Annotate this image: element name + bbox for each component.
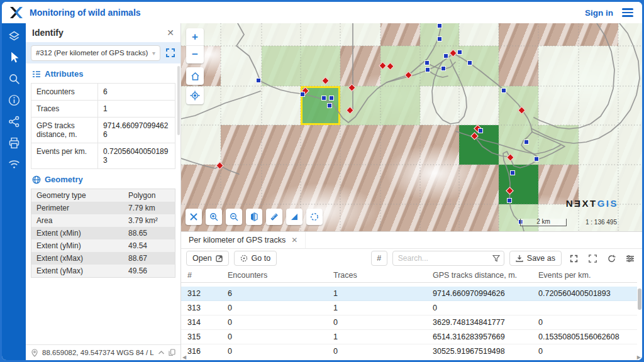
locate-me-button[interactable] [186,87,204,104]
trace-marker[interactable] [321,96,326,101]
trace-marker[interactable] [300,92,305,97]
trace-marker[interactable] [467,60,472,65]
trace-marker[interactable] [437,36,442,41]
top-header: Monitoring of wild animals Sign in [2,2,642,23]
tab-label: Per kilometer of GPS tracks [189,236,286,244]
table-cell: 314 [181,318,221,327]
share-icon[interactable] [8,115,21,128]
row-number-toggle-button[interactable]: # [371,251,387,266]
zoom-control: + − [186,28,204,63]
trace-marker[interactable] [457,50,462,55]
table-cell: 9714.660970994626 [426,289,532,298]
goto-crosshair-icon [240,255,248,262]
zoom-out-box-button[interactable] [226,209,242,225]
trace-marker[interactable] [425,67,430,72]
trace-marker[interactable] [478,128,483,133]
geometry-row: Extent (xMax)88.67 [31,252,175,265]
trace-marker[interactable] [501,88,506,93]
menu-icon[interactable] [622,8,633,17]
identify-cursor-icon[interactable] [8,51,21,64]
table-cell: 0 [221,318,327,327]
table-settings-icon[interactable] [623,251,637,265]
trace-marker[interactable] [443,53,448,58]
home-extent-button[interactable] [186,67,204,85]
gps-track-line [428,70,448,77]
table-row[interactable]: 314003629.7481348417770 [181,315,637,330]
zoom-out-button[interactable]: − [186,46,204,63]
list-icon [32,70,41,79]
geometry-row: Extent (yMin)49.54 [31,239,175,252]
ruler-icon [270,212,279,221]
zoom-in-box-button[interactable] [206,209,222,225]
attribute-row: Events per km.0.720560400501893 [31,143,175,168]
attribute-value: 1 [98,101,175,117]
geometry-table: Geometry typePolygonPerimeter7.79 kmArea… [31,189,175,278]
sign-in-link[interactable]: Sign in [585,8,613,18]
trace-marker[interactable] [507,198,512,203]
globe-icon [32,175,41,184]
identify-polygon-button[interactable] [306,209,323,225]
search-input[interactable] [398,254,492,263]
info-icon[interactable] [8,94,21,107]
layers-icon[interactable] [8,30,21,43]
gps-track-line [387,53,537,231]
fullscreen-icon[interactable] [586,251,599,265]
print-icon[interactable] [8,136,21,150]
table-tabbar: Per kilometer of GPS tracks ✕ [181,232,642,249]
geometry-value: 49.54 [123,239,175,252]
trace-marker[interactable] [441,66,446,71]
search-icon[interactable] [8,72,21,85]
trace-marker[interactable] [256,78,261,83]
attributes-section-toggle[interactable]: Attributes [26,63,180,83]
tab-close-icon[interactable]: ✕ [291,236,297,244]
trace-marker[interactable] [425,60,430,65]
zoom-in-button[interactable]: + [186,28,204,46]
column-header: Traces [327,271,426,280]
attribute-row: GPS tracks distance, m.9714.660970994626 [31,118,175,143]
zoom-to-feature-icon[interactable] [165,48,175,58]
table-row[interactable]: 312619714.6609709946260.720560400501893 [181,287,637,301]
gps-track-line [432,60,467,124]
magnifier-minus-icon [230,212,238,221]
trace-marker[interactable] [534,156,539,162]
table-vertical-scrollbar[interactable] [638,288,641,310]
table-horizontal-scrollbar[interactable]: ◀▶ [182,354,641,359]
copy-icon[interactable] [169,349,175,356]
geometry-row: Perimeter7.79 km [31,202,175,214]
close-tool-button[interactable] [186,209,202,225]
measure-area-button[interactable] [286,209,303,225]
trace-marker[interactable] [510,170,515,175]
table-cell: 0 [426,304,532,312]
close-icon[interactable]: ✕ [167,28,174,38]
swipe-compare-button[interactable] [246,209,262,225]
geometry-value: Polygon [123,189,175,202]
geometry-value: 49.56 [123,265,175,277]
geometry-section-toggle[interactable]: Geometry [26,169,180,189]
save-as-button[interactable]: Save as [509,251,562,266]
filter-funnel-icon[interactable] [492,255,500,262]
trace-marker[interactable] [437,23,442,28]
feature-select[interactable]: #312 (Per kilometer of GPS tracks) ▾ [31,45,160,61]
download-icon [516,255,523,262]
zoom-to-selection-icon[interactable] [567,251,580,265]
trace-marker[interactable] [329,96,334,101]
table-row[interactable]: 3160030525.919675194980 [181,344,637,354]
measure-distance-button[interactable] [266,209,282,225]
connection-wifi-icon[interactable] [8,158,21,171]
trace-marker[interactable] [327,103,332,108]
table-row[interactable]: 315016514.3162839576690.1535080515606260… [181,330,637,344]
table-cell: 0.720560400501893 [532,289,633,298]
identify-panel-title: Identify [32,28,64,38]
tab-per-kilometer[interactable]: Per kilometer of GPS tracks ✕ [181,232,306,248]
panel-scrollbar[interactable] [177,66,180,135]
goto-button[interactable]: Go to [234,251,277,266]
refresh-icon[interactable] [604,251,618,265]
geometry-label: Extent (yMin) [31,239,123,252]
map-canvas[interactable]: + − NƎXTGIS 2 km 1 : 136 495 [181,23,642,231]
trace-marker[interactable] [524,140,529,145]
table-row[interactable]: 313010 [181,301,637,315]
chevron-up-icon[interactable] [158,350,165,355]
geometry-label: Geometry type [31,189,123,202]
table-cell: 6 [221,289,327,298]
open-button[interactable]: Open [186,251,229,266]
